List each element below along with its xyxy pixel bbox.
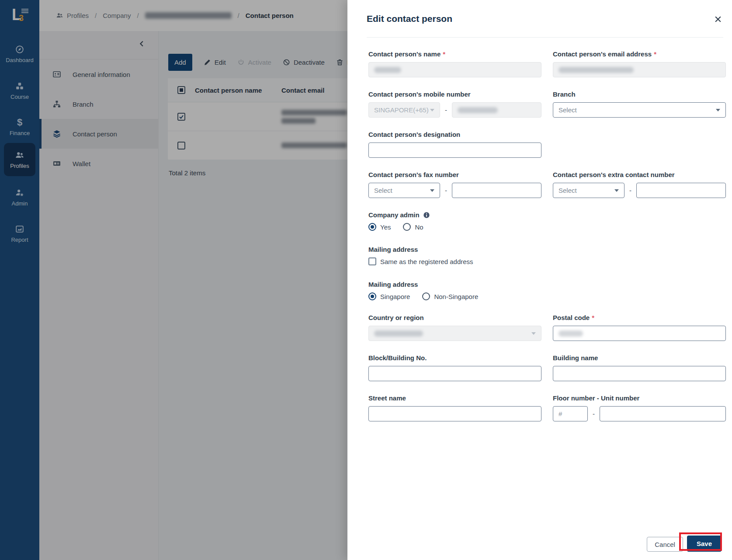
field-label: Contact person's fax number [368, 170, 459, 179]
chevron-down-icon [614, 189, 619, 192]
company-admin-no-radio[interactable]: No [403, 223, 423, 231]
section-label: Mailing address [368, 245, 418, 254]
dash-separator: - [445, 106, 447, 114]
field-postal-code: Postal code* [553, 313, 726, 341]
close-icon[interactable] [714, 15, 722, 24]
unit-number-input[interactable] [600, 406, 726, 421]
section-mailing-same: Mailing address Same as the registered a… [368, 245, 726, 265]
postal-code-input[interactable] [553, 326, 726, 341]
mobile-country-code-select-disabled: SINGAPORE(+65) [368, 102, 440, 118]
field-label: Street name [368, 394, 406, 402]
dash-separator: - [593, 410, 595, 417]
mobile-number-input-disabled [452, 102, 541, 118]
chevron-down-icon [430, 109, 434, 111]
field-label: Block/Building No. [368, 354, 427, 362]
mailing-singapore-radio[interactable]: Singapore [368, 292, 410, 300]
radio-unselected [422, 292, 430, 300]
field-floor-unit: Floor number - Unit number - [553, 394, 726, 421]
section-label: Company admin [368, 211, 420, 219]
chevron-down-icon [430, 189, 434, 192]
edit-contact-person-drawer: Edit contact person Contact person's nam… [347, 0, 732, 560]
floor-number-input[interactable] [553, 406, 588, 421]
fax-number-input[interactable] [452, 183, 541, 198]
redacted-value [374, 67, 401, 73]
field-label: Contact person's designation [368, 130, 460, 139]
designation-input[interactable] [368, 143, 541, 158]
field-label: Contact person's mobile number [368, 90, 471, 98]
block-building-no-input[interactable] [368, 366, 541, 381]
country-select-disabled [368, 326, 541, 341]
required-asterisk: * [443, 50, 445, 58]
field-street-name: Street name [368, 394, 541, 421]
field-label: Postal code [553, 313, 590, 322]
field-label: Branch [553, 90, 576, 98]
section-mailing-region: Mailing address Singapore Non-Singapore [368, 280, 726, 300]
dash-separator: - [629, 187, 631, 194]
drawer-title: Edit contact person [367, 14, 452, 24]
redacted-value [374, 330, 423, 337]
field-building-name: Building name [553, 354, 726, 381]
field-label: Contact person's extra contact number [553, 170, 675, 179]
field-country: Country or region [368, 313, 541, 341]
checkbox-unchecked [368, 257, 376, 265]
select-placeholder: Select [559, 187, 577, 194]
section-company-admin: Company admin Yes No [368, 211, 726, 231]
cancel-button[interactable]: Cancel [647, 537, 683, 552]
redacted-value [559, 67, 634, 73]
radio-label: Singapore [380, 293, 410, 300]
radio-label: Non-Singapore [434, 293, 478, 300]
chevron-down-icon [716, 109, 720, 111]
field-contact-email: Contact person's email address* [553, 50, 726, 77]
contact-name-input-disabled [368, 62, 541, 77]
field-contact-name: Contact person's name* [368, 50, 541, 77]
field-fax-number: Contact person's fax number Select - [368, 170, 541, 198]
extra-country-code-select[interactable]: Select [553, 183, 624, 198]
drawer-header: Edit contact person [367, 0, 723, 38]
street-name-input[interactable] [368, 406, 541, 421]
select-placeholder: Select [559, 106, 577, 114]
section-label: Mailing address [368, 280, 418, 289]
building-name-input[interactable] [553, 366, 726, 381]
branch-select[interactable]: Select [553, 102, 726, 118]
drawer-footer: Cancel Save [647, 536, 722, 552]
same-as-registered-address-checkbox[interactable]: Same as the registered address [368, 257, 473, 265]
field-label: Building name [553, 354, 598, 362]
country-code-value: SINGAPORE(+65) [374, 106, 429, 114]
mailing-non-singapore-radio[interactable]: Non-Singapore [422, 292, 478, 300]
fax-country-code-select[interactable]: Select [368, 183, 440, 198]
field-label: Floor number - Unit number [553, 394, 639, 402]
dash-separator: - [445, 187, 447, 194]
field-label: Country or region [368, 313, 424, 322]
save-button[interactable]: Save [687, 536, 722, 552]
checkbox-label: Same as the registered address [380, 258, 473, 265]
field-block-building-no: Block/Building No. [368, 354, 541, 381]
radio-label: No [415, 223, 423, 231]
radio-selected [368, 292, 376, 300]
redacted-value [559, 330, 583, 337]
radio-selected [368, 223, 376, 231]
info-icon [423, 212, 430, 219]
drawer-body: Contact person's name* Contact person's … [347, 38, 732, 421]
redacted-value [458, 107, 498, 113]
required-asterisk: * [654, 50, 656, 58]
required-asterisk: * [592, 313, 594, 322]
field-extra-contact-number: Contact person's extra contact number Se… [553, 170, 726, 198]
field-mobile-number: Contact person's mobile number SINGAPORE… [368, 90, 541, 118]
contact-email-input-disabled [553, 62, 726, 77]
radio-unselected [403, 223, 411, 231]
select-placeholder: Select [374, 187, 392, 194]
company-admin-yes-radio[interactable]: Yes [368, 223, 391, 231]
radio-label: Yes [380, 223, 391, 231]
chevron-down-icon [531, 332, 536, 335]
field-branch: Branch Select [553, 90, 726, 118]
field-designation: Contact person's designation [368, 130, 541, 158]
field-label: Contact person's name [368, 50, 441, 58]
extra-contact-number-input[interactable] [636, 183, 726, 198]
field-label: Contact person's email address [553, 50, 652, 58]
